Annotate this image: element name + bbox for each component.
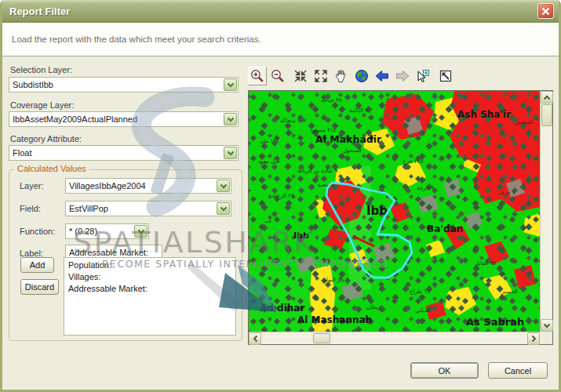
hand-icon (333, 68, 349, 84)
calc-layer-label: Layer: (20, 181, 44, 191)
chevron-down-icon[interactable] (224, 147, 237, 159)
svg-text:المحبس: المحبس (514, 119, 533, 125)
svg-text:٩ عبادة بن الرباط: ٩ عبادة بن الرباط (297, 168, 338, 174)
select-features-icon (415, 68, 431, 84)
calc-layer-value: VillagesIbbAge2004 (69, 181, 146, 191)
list-item[interactable]: Addressable Market: (68, 283, 231, 295)
zoom-out-icon (270, 68, 286, 84)
discard-button[interactable]: Discard (20, 279, 59, 295)
svg-text:Al Mashannah: Al Mashannah (297, 314, 372, 325)
chevron-down-icon (543, 323, 551, 328)
selection-layer-label: Selection Layer: (10, 65, 72, 74)
svg-text:٩٥ الفابل: ٩٥ الفابل (475, 260, 496, 267)
scroll-left-button[interactable] (249, 332, 261, 345)
category-attribute-label: Category Attribute: (10, 134, 82, 143)
zoom-full-extent-button[interactable] (311, 67, 330, 85)
calculated-values-title: Calculated Values (14, 164, 89, 173)
world-button[interactable] (352, 67, 371, 85)
svg-text:Ibb: Ibb (293, 230, 309, 241)
category-attribute-combo[interactable]: Float (9, 145, 239, 161)
dialog-header: Load the report with the data which meet… (2, 23, 559, 56)
svg-text:٦٦ طراح: ٦٦ طراح (410, 289, 430, 295)
svg-text:٨٠ اللكمة: ٨٠ اللكمة (349, 107, 371, 114)
title-bar[interactable]: Report Filter (2, 0, 559, 23)
scroll-down-button[interactable] (541, 319, 553, 332)
svg-text:٣٨ حباجه: ٣٨ حباجه (321, 97, 342, 103)
map-village-markers (249, 91, 540, 332)
scrollbar-corner (540, 332, 552, 344)
svg-text:٢١٤ مسعود: ٢١٤ مسعود (310, 127, 337, 133)
chevron-down-icon[interactable] (134, 225, 148, 238)
horizontal-scroll-thumb[interactable] (313, 333, 330, 343)
svg-text:جبل معود: جبل معود (258, 158, 280, 165)
coverage-layer-combo[interactable]: IbbAssetMay2009ActualPlanned (9, 111, 239, 127)
calc-function-value: * (0.28) (69, 227, 97, 236)
calc-function-label: Function: (20, 227, 55, 236)
clip-region-icon (438, 68, 454, 84)
svg-text:Ad dihar: Ad dihar (260, 303, 304, 314)
back-button[interactable] (373, 67, 392, 85)
zoom-in-button[interactable] (248, 67, 267, 85)
close-icon (541, 6, 551, 16)
svg-text:Ash Sha'ir: Ash Sha'ir (457, 109, 511, 120)
calc-field-label: Field: (20, 204, 41, 213)
svg-text:٢٤ الزعلة: ٢٤ الزعلة (272, 193, 294, 199)
svg-text:٢٤٥ جرح: ٢٤٥ جرح (403, 158, 423, 165)
svg-text:٩ خرجة: ٩ خرجة (417, 185, 435, 191)
pan-button[interactable] (332, 67, 351, 85)
ok-button[interactable]: OK (410, 362, 479, 379)
calc-layer-combo[interactable]: VillagesIbbAge2004 (65, 178, 231, 194)
calc-label-value: Addressable Market: (69, 248, 148, 257)
forward-button[interactable] (393, 67, 412, 85)
calc-function-combo[interactable]: * (0.28) (65, 223, 149, 239)
dialog-description: Load the report with the data which meet… (2, 34, 261, 44)
chevron-down-icon[interactable] (224, 78, 237, 91)
svg-text:As Sabrah: As Sabrah (466, 316, 524, 328)
calc-field-combo[interactable]: EstVillPop (65, 201, 231, 216)
svg-text:٧ جرف: ٧ جرف (498, 190, 515, 196)
selection-layer-value: SubdistIbb (13, 80, 53, 89)
chevron-down-icon[interactable] (217, 180, 230, 192)
arrows-inward-icon (293, 68, 308, 84)
window-title: Report Filter (2, 5, 70, 17)
list-item[interactable]: Villages: (68, 271, 231, 283)
coverage-layer-value: IbbAssetMay2009ActualPlanned (13, 114, 137, 124)
scroll-up-button[interactable] (541, 91, 553, 103)
chevron-right-icon (531, 335, 537, 343)
arrows-outward-icon (313, 68, 329, 84)
cancel-button[interactable]: Cancel (488, 362, 548, 379)
svg-text:دار البولة: دار البولة (323, 277, 344, 283)
zoom-in-icon (250, 68, 265, 84)
coverage-layer-label: Coverage Layer: (10, 100, 74, 110)
close-button[interactable] (537, 3, 554, 19)
map-toolbar (248, 66, 457, 86)
back-arrow-icon (374, 68, 390, 84)
chevron-left-icon (253, 335, 258, 343)
clip-region-button[interactable] (436, 67, 455, 85)
map-canvas[interactable]: ٣٨ حباجه ٨٠ اللكمة ١٠٧ سحاكه ٢١٤ مسعود ١… (249, 91, 540, 332)
svg-text:ضبابي: ضبابي (415, 307, 429, 314)
map-viewport[interactable]: ٣٨ حباجه ٨٠ اللكمة ١٠٧ سحاكه ٢١٤ مسعود ١… (248, 90, 553, 345)
add-button[interactable]: Add (20, 257, 54, 273)
list-item[interactable]: Population: (68, 260, 231, 271)
vertical-scroll-thumb[interactable] (541, 104, 552, 126)
forward-arrow-icon (395, 68, 410, 84)
svg-text:١٢٤ نبان: ١٢٤ نبان (260, 138, 279, 144)
calculated-values-list[interactable]: Population: Villages: Addressable Market… (64, 257, 236, 336)
chevron-down-icon[interactable] (224, 113, 237, 125)
zoom-out-button[interactable] (268, 67, 287, 85)
svg-text:Ba'dan: Ba'dan (427, 223, 463, 234)
map-vertical-scrollbar[interactable] (540, 91, 552, 332)
svg-text:أب: أب (264, 217, 271, 224)
chevron-down-icon[interactable] (217, 202, 230, 215)
svg-text:ريطان: ريطان (366, 304, 381, 310)
svg-text:السحول: السحول (343, 147, 362, 154)
report-filter-dialog: Report Filter Load the report with the d… (0, 0, 561, 392)
svg-text:الحسير: الحسير (501, 289, 518, 295)
map-horizontal-scrollbar[interactable] (249, 332, 540, 344)
zoom-to-selection-button[interactable] (291, 67, 310, 85)
scroll-right-button[interactable] (527, 332, 540, 345)
selection-layer-combo[interactable]: SubdistIbb (9, 77, 239, 93)
category-attribute-value: Float (13, 148, 31, 158)
select-features-button[interactable] (413, 67, 432, 85)
